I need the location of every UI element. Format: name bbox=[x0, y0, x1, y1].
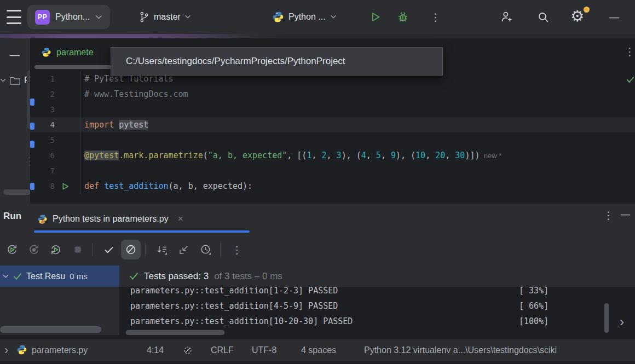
test-results-node[interactable]: Test Resu 0 ms bbox=[0, 265, 119, 287]
show-ignored-button[interactable] bbox=[121, 240, 141, 259]
selected-test-label: Test Resu bbox=[26, 271, 65, 281]
test-history-button[interactable] bbox=[196, 240, 216, 259]
python-logo-icon bbox=[272, 11, 284, 23]
editor-tab-options-icon[interactable]: ⋮ bbox=[625, 47, 635, 57]
toolbar-separator bbox=[220, 243, 221, 256]
console-hscrollbar[interactable] bbox=[126, 330, 224, 335]
code-line-2[interactable]: 2# www.TestingDocs.com bbox=[34, 86, 635, 102]
main-menu-icon[interactable] bbox=[7, 10, 21, 24]
gutter-slot bbox=[55, 148, 80, 163]
settings-button[interactable]: ⚙ bbox=[570, 7, 589, 26]
run-button[interactable] bbox=[368, 9, 383, 25]
rerun-tests-button[interactable] bbox=[2, 240, 22, 259]
run-test-gutter-icon[interactable] bbox=[55, 178, 80, 194]
project-root-node[interactable]: P bbox=[0, 76, 30, 85]
folder-icon bbox=[9, 76, 21, 85]
more-options-icon[interactable]: ⋮ bbox=[227, 240, 247, 259]
tests-passed-summary: Tests passed: 3 of 3 tests – 0 ms bbox=[129, 265, 282, 287]
toggle-auto-test-button[interactable] bbox=[46, 240, 66, 259]
python-tests-icon bbox=[37, 214, 48, 224]
inspections-ok-icon[interactable] bbox=[626, 76, 634, 83]
console-line: parameters.py::test_addition[4-5-9] PASS… bbox=[119, 298, 635, 314]
clipped-file-icon bbox=[30, 183, 34, 190]
run-config-name: Python ... bbox=[288, 12, 326, 22]
hide-panel-icon[interactable]: — bbox=[10, 49, 20, 61]
sort-tests-button[interactable] bbox=[152, 240, 172, 259]
code-editor[interactable]: 1# PyTest Tutorials2# www.TestingDocs.co… bbox=[34, 71, 635, 194]
clipped-file-icon bbox=[30, 123, 34, 130]
line-number: 3 bbox=[34, 105, 55, 114]
tests-passed-detail: of 3 tests – 0 ms bbox=[214, 271, 282, 282]
line-number: 7 bbox=[34, 166, 55, 175]
code-line-4[interactable]: 4import pytest bbox=[34, 117, 635, 132]
tests-passed-label: Tests passed: 3 bbox=[144, 271, 209, 282]
window-minimize-button[interactable]: — bbox=[607, 9, 622, 25]
console-text: parameters.py::test_addition[10-20-30] P… bbox=[130, 316, 353, 326]
python-file-icon bbox=[16, 344, 27, 356]
file-encoding[interactable]: UTF-8 bbox=[252, 339, 276, 361]
tooltip-text: C:/Users/testingdocs/PycharmProjects/Pyt… bbox=[126, 56, 345, 67]
highlighting-level-icon[interactable] bbox=[182, 345, 193, 356]
indent-setting[interactable]: 4 spaces bbox=[301, 339, 336, 361]
line-separator[interactable]: CRLF bbox=[211, 339, 234, 361]
test-passed-icon bbox=[129, 272, 138, 280]
code-text: # www.TestingDocs.com bbox=[80, 89, 188, 99]
code-text: def test_addition(a, b, expected): bbox=[80, 181, 252, 191]
code-line-6[interactable]: 6@pytest.mark.parametrize("a, b, expecte… bbox=[34, 148, 635, 163]
run-tool-window: Run Python tests in parameters.py × ⋮ — bbox=[0, 204, 635, 335]
code-with-me-icon[interactable] bbox=[499, 9, 515, 25]
project-selector[interactable]: PP Python... bbox=[27, 5, 110, 29]
console-vscrollbar[interactable] bbox=[604, 303, 609, 333]
show-passed-button[interactable] bbox=[99, 240, 119, 259]
expand-console-icon[interactable]: › bbox=[620, 314, 624, 330]
chevron-down-icon bbox=[0, 78, 6, 83]
selected-test-time: 0 ms bbox=[70, 271, 88, 281]
code-line-8[interactable]: 8def test_addition(a, b, expected): bbox=[34, 178, 635, 194]
caret-position[interactable]: 4:14 bbox=[147, 339, 164, 361]
stop-button[interactable] bbox=[68, 240, 88, 259]
python-interpreter[interactable]: Python 3.12 virtualenv a...\Users\testin… bbox=[364, 339, 557, 361]
search-everywhere-icon[interactable] bbox=[535, 9, 551, 25]
close-icon[interactable]: × bbox=[178, 213, 183, 224]
editor-tab-parameters[interactable]: paramete bbox=[41, 47, 94, 57]
path-tooltip: C:/Users/testingdocs/PycharmProjects/Pyt… bbox=[111, 47, 443, 76]
status-file-name[interactable]: parameters.py bbox=[32, 339, 88, 361]
line-number: 1 bbox=[34, 74, 55, 83]
project-name: Python... bbox=[55, 12, 90, 22]
run-panel-minimize-icon[interactable]: — bbox=[621, 209, 630, 220]
toolbar-separator bbox=[92, 243, 93, 256]
console-line: parameters.py::test_addition[1-2-3] PASS… bbox=[119, 287, 635, 298]
run-panel-options-icon[interactable]: ⋮ bbox=[603, 210, 614, 221]
chevron-down-icon bbox=[330, 15, 337, 19]
tab-scroll-strip[interactable] bbox=[34, 65, 111, 69]
clipped-file-icon bbox=[30, 99, 34, 106]
gear-icon: ⚙ bbox=[570, 7, 584, 25]
more-actions-icon[interactable]: ⋮ bbox=[428, 9, 443, 25]
test-tree-hscrollbar[interactable] bbox=[0, 326, 101, 333]
project-tool-window: — P bbox=[0, 38, 30, 204]
toolbar-separator bbox=[145, 243, 146, 256]
console-output: parameters.py::test_addition[1-2-3] PASS… bbox=[119, 287, 635, 329]
project-panel-hscrollbar[interactable] bbox=[3, 189, 31, 195]
code-line-3[interactable]: 3 bbox=[34, 102, 635, 117]
code-line-7[interactable]: 7 bbox=[34, 163, 635, 178]
main-toolbar: PP Python... master Python ... bbox=[0, 0, 635, 34]
pycharm-window: PP Python... master Python ... bbox=[0, 0, 635, 364]
branch-name: master bbox=[154, 12, 181, 22]
run-tab-python-tests[interactable]: Python tests in parameters.py × bbox=[37, 208, 183, 230]
status-bar: › parameters.py 4:14 CRLF UTF-8 4 spaces… bbox=[0, 335, 635, 364]
git-branch-selector[interactable]: master bbox=[138, 8, 191, 26]
chevron-down-icon bbox=[184, 15, 191, 19]
chevron-down-icon bbox=[95, 15, 102, 20]
active-tab-underline bbox=[34, 230, 250, 233]
status-chevron-icon[interactable]: › bbox=[4, 339, 8, 361]
navigate-to-test-button[interactable] bbox=[174, 240, 194, 259]
test-console[interactable]: parameters.py::test_addition[1-2-3] PASS… bbox=[119, 287, 635, 335]
rerun-failed-tests-button[interactable] bbox=[24, 240, 44, 259]
test-tree-panel[interactable] bbox=[0, 287, 119, 335]
debug-button[interactable] bbox=[395, 9, 411, 25]
run-configuration-selector[interactable]: Python ... bbox=[272, 8, 337, 26]
test-passed-icon bbox=[13, 273, 22, 280]
code-line-5[interactable]: 5 bbox=[34, 132, 635, 148]
console-percent: [ 33%] bbox=[519, 287, 549, 298]
